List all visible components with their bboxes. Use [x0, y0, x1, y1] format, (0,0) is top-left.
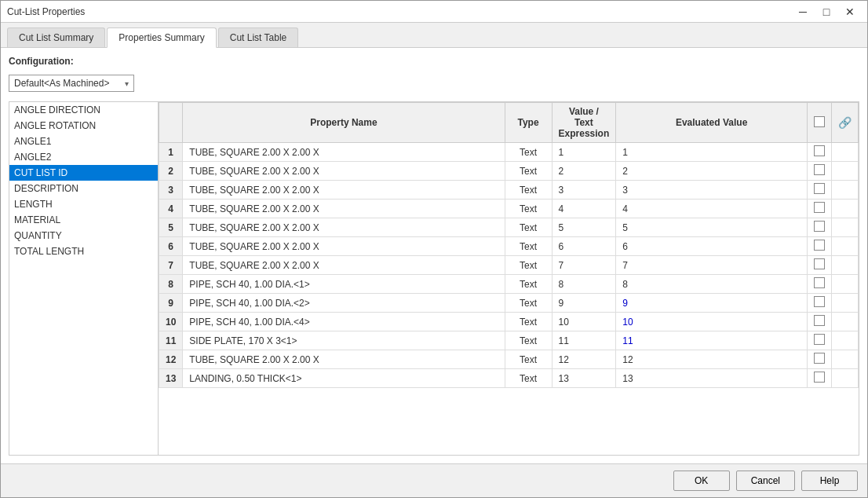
table-row[interactable]: 7 TUBE, SQUARE 2.00 X 2.00 X Text 7 7 [159, 256, 859, 275]
title-bar-left: Cut-List Properties [7, 6, 85, 17]
th-evaluated-value: Evaluated Value [616, 103, 808, 143]
help-button[interactable]: Help [801, 471, 858, 491]
tab-cut-list-summary[interactable]: Cut List Summary [7, 27, 105, 47]
tab-properties-summary[interactable]: Properties Summary [107, 27, 216, 48]
value-cell[interactable]: 2 [552, 162, 616, 181]
checkbox-cell[interactable] [808, 200, 832, 218]
type-cell: Text [505, 275, 552, 294]
checkbox-cell[interactable] [808, 218, 832, 237]
value-cell[interactable]: 1 [552, 143, 616, 162]
type-cell: Text [505, 162, 552, 181]
table-row[interactable]: 12 TUBE, SQUARE 2.00 X 2.00 X Text 12 12 [159, 350, 859, 369]
prop-name-cell: TUBE, SQUARE 2.00 X 2.00 X [183, 181, 505, 200]
table-row[interactable]: 1 TUBE, SQUARE 2.00 X 2.00 X Text 1 1 [159, 143, 859, 162]
checkbox-cell[interactable] [808, 275, 832, 294]
table-area: Property Name Type Value / Text Expressi… [159, 102, 859, 455]
th-checkbox [808, 103, 832, 143]
minimize-button[interactable]: ─ [792, 3, 814, 20]
row-num: 11 [159, 331, 183, 350]
prop-name-cell: LANDING, 0.50 THICK<1> [183, 369, 505, 388]
prop-name-cell: TUBE, SQUARE 2.00 X 2.00 X [183, 350, 505, 369]
maximize-button[interactable]: □ [815, 3, 837, 20]
ok-button[interactable]: OK [673, 471, 730, 491]
value-cell[interactable]: 10 [552, 313, 616, 331]
link-cell [832, 162, 859, 181]
row-num: 4 [159, 200, 183, 218]
type-cell: Text [505, 256, 552, 275]
type-cell: Text [505, 350, 552, 369]
content-area: Configuration: Default<As Machined> ▾ AN… [1, 48, 867, 463]
checkbox-cell[interactable] [808, 162, 832, 181]
prop-name-cell: TUBE, SQUARE 2.00 X 2.00 X [183, 218, 505, 237]
main-section: ANGLE DIRECTIONANGLE ROTATIONANGLE1ANGLE… [9, 101, 859, 456]
property-item[interactable]: CUT LIST ID [9, 165, 158, 181]
checkbox-cell[interactable] [808, 256, 832, 275]
value-cell[interactable]: 7 [552, 256, 616, 275]
property-item[interactable]: QUANTITY [9, 228, 158, 244]
prop-name-cell: TUBE, SQUARE 2.00 X 2.00 X [183, 143, 505, 162]
property-item[interactable]: DESCRIPTION [9, 181, 158, 196]
value-cell[interactable]: 9 [552, 294, 616, 313]
value-cell[interactable]: 13 [552, 369, 616, 388]
checkbox-cell[interactable] [808, 369, 832, 388]
checkbox-cell[interactable] [808, 237, 832, 256]
link-cell [832, 294, 859, 313]
table-row[interactable]: 11 SIDE PLATE, 170 X 3<1> Text 11 11 [159, 331, 859, 350]
prop-name-cell: TUBE, SQUARE 2.00 X 2.00 X [183, 256, 505, 275]
table-row[interactable]: 4 TUBE, SQUARE 2.00 X 2.00 X Text 4 4 [159, 200, 859, 218]
table-row[interactable]: 6 TUBE, SQUARE 2.00 X 2.00 X Text 6 6 [159, 237, 859, 256]
property-item[interactable]: LENGTH [9, 196, 158, 212]
prop-name-cell: PIPE, SCH 40, 1.00 DIA.<2> [183, 294, 505, 313]
link-cell [832, 218, 859, 237]
table-row[interactable]: 9 PIPE, SCH 40, 1.00 DIA.<2> Text 9 9 [159, 294, 859, 313]
property-item[interactable]: MATERIAL [9, 212, 158, 228]
checkbox-cell[interactable] [808, 181, 832, 200]
checkbox-cell[interactable] [808, 350, 832, 369]
type-cell: Text [505, 313, 552, 331]
table-row[interactable]: 3 TUBE, SQUARE 2.00 X 2.00 X Text 3 3 [159, 181, 859, 200]
table-row[interactable]: 5 TUBE, SQUARE 2.00 X 2.00 X Text 5 5 [159, 218, 859, 237]
property-item[interactable]: ANGLE ROTATION [9, 118, 158, 134]
config-dropdown[interactable]: Default<As Machined> ▾ [9, 75, 134, 92]
table-row[interactable]: 8 PIPE, SCH 40, 1.00 DIA.<1> Text 8 8 [159, 275, 859, 294]
value-cell[interactable]: 5 [552, 218, 616, 237]
header-checkbox[interactable] [814, 116, 825, 127]
property-item[interactable]: ANGLE2 [9, 149, 158, 165]
table-row[interactable]: 10 PIPE, SCH 40, 1.00 DIA.<4> Text 10 10 [159, 313, 859, 331]
type-cell: Text [505, 181, 552, 200]
eval-cell: 13 [616, 369, 808, 388]
value-cell[interactable]: 4 [552, 200, 616, 218]
type-cell: Text [505, 294, 552, 313]
eval-cell: 10 [616, 313, 808, 331]
th-type: Type [505, 103, 552, 143]
checkbox-cell[interactable] [808, 294, 832, 313]
value-cell[interactable]: 11 [552, 331, 616, 350]
checkbox-cell[interactable] [808, 313, 832, 331]
row-num: 5 [159, 218, 183, 237]
value-cell[interactable]: 12 [552, 350, 616, 369]
close-button[interactable]: ✕ [839, 3, 861, 20]
footer: OK Cancel Help [1, 463, 867, 497]
checkbox-cell[interactable] [808, 143, 832, 162]
table-row[interactable]: 13 LANDING, 0.50 THICK<1> Text 13 13 [159, 369, 859, 388]
row-num: 13 [159, 369, 183, 388]
row-num: 8 [159, 275, 183, 294]
eval-cell: 5 [616, 218, 808, 237]
property-list: ANGLE DIRECTIONANGLE ROTATIONANGLE1ANGLE… [9, 102, 159, 455]
title-bar-controls: ─ □ ✕ [792, 3, 861, 20]
prop-name-cell: TUBE, SQUARE 2.00 X 2.00 X [183, 200, 505, 218]
row-num: 12 [159, 350, 183, 369]
cancel-button[interactable]: Cancel [736, 471, 795, 491]
property-item[interactable]: ANGLE DIRECTION [9, 102, 158, 118]
value-cell[interactable]: 3 [552, 181, 616, 200]
value-cell[interactable]: 6 [552, 237, 616, 256]
tab-cut-list-table[interactable]: Cut List Table [218, 27, 299, 47]
checkbox-cell[interactable] [808, 331, 832, 350]
eval-cell: 4 [616, 200, 808, 218]
property-item[interactable]: ANGLE1 [9, 134, 158, 149]
row-num: 10 [159, 313, 183, 331]
table-row[interactable]: 2 TUBE, SQUARE 2.00 X 2.00 X Text 2 2 [159, 162, 859, 181]
value-cell[interactable]: 8 [552, 275, 616, 294]
property-item[interactable]: TOTAL LENGTH [9, 244, 158, 259]
th-num [159, 103, 183, 143]
